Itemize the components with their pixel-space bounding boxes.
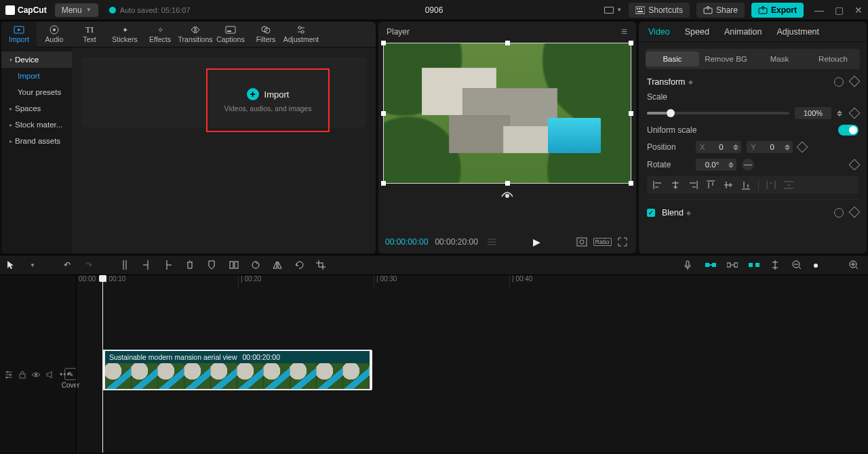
player-viewport[interactable]	[378, 42, 636, 230]
align-top-icon[interactable]	[705, 180, 716, 190]
align-bottom-icon[interactable]	[741, 180, 751, 190]
keyframe-icon[interactable]	[849, 207, 861, 218]
player-menu-icon[interactable]: ≡	[621, 26, 628, 38]
sidebar-item-brand[interactable]: ▸Brand assets	[1, 133, 72, 149]
mute-icon[interactable]	[46, 371, 54, 379]
freeze-frame-tool[interactable]	[229, 261, 241, 269]
distribute-h-icon[interactable]	[766, 180, 776, 190]
ratio-button[interactable]: Ratio	[595, 238, 609, 246]
layout-button[interactable]: ▼	[604, 7, 622, 14]
reverse-tool[interactable]	[251, 260, 263, 270]
zoom-in[interactable]	[849, 260, 861, 270]
tab-text[interactable]: TI Text	[72, 22, 107, 47]
list-icon[interactable]	[485, 238, 498, 246]
align-left-icon[interactable]	[652, 180, 663, 190]
cursor-tool[interactable]	[7, 260, 19, 270]
sidebar-item-device[interactable]: ▾Device	[1, 51, 72, 68]
delete-button[interactable]	[186, 260, 198, 270]
tab-adjustment[interactable]: Adjustment	[777, 27, 820, 37]
eye-icon[interactable]	[31, 371, 41, 378]
keyframe-icon[interactable]	[849, 159, 861, 171]
rotate-dial-icon[interactable]: —	[742, 159, 754, 171]
align-vcenter-icon[interactable]	[723, 180, 734, 190]
share-button[interactable]: Share	[696, 3, 745, 18]
distribute-v-icon[interactable]	[783, 180, 794, 190]
split-left-tool[interactable]	[142, 260, 155, 270]
stepper[interactable]	[837, 110, 845, 117]
tab-adjustment[interactable]: Adjustment	[283, 22, 319, 47]
prop-tabs: Video Speed Animation Adjustment	[639, 22, 867, 42]
reset-icon[interactable]	[834, 208, 844, 218]
tab-speed[interactable]: Speed	[685, 27, 709, 37]
position-x-field[interactable]: X 0	[696, 141, 741, 153]
split-right-tool[interactable]	[164, 260, 176, 270]
linkage-toggle[interactable]	[749, 262, 761, 268]
svg-point-9	[53, 28, 56, 31]
voiceover-button[interactable]	[684, 260, 696, 270]
tab-transitions[interactable]: Transitions	[178, 22, 213, 47]
scale-value[interactable]: 100%	[795, 107, 831, 119]
align-right-icon[interactable]	[688, 180, 698, 190]
tab-filters[interactable]: Filters	[248, 22, 283, 47]
magnet-main-track[interactable]	[705, 262, 717, 268]
shortcuts-button[interactable]: Shortcuts	[629, 3, 690, 18]
play-button[interactable]: ▶	[533, 236, 540, 247]
project-title[interactable]: 0906	[425, 5, 443, 15]
tab-audio[interactable]: Audio	[37, 22, 72, 47]
preview-overlay-icon[interactable]	[501, 190, 513, 199]
mix-icon[interactable]	[4, 371, 14, 379]
svg-rect-11	[227, 30, 231, 32]
keyframe-icon[interactable]	[796, 142, 808, 153]
checkbox-icon[interactable]: ✓	[647, 209, 655, 217]
subtab-retouch[interactable]: Retouch	[806, 51, 860, 66]
chevron-down-icon[interactable]: ▼	[30, 262, 35, 268]
timeline-tracks[interactable]: 00:00 | 00:10 | 00:20 | 00:30 | 00:40 Su…	[76, 275, 868, 453]
sidebar-item-spaces[interactable]: ▸Spaces	[1, 100, 72, 117]
compare-icon[interactable]	[575, 237, 589, 247]
subtab-mask[interactable]: Mask	[753, 51, 806, 66]
tab-animation[interactable]: Animation	[724, 27, 762, 37]
split-tool[interactable]	[121, 260, 133, 270]
rotate-tool[interactable]	[294, 260, 307, 270]
auto-snap[interactable]	[727, 261, 739, 269]
tab-stickers[interactable]: ✦ Stickers	[107, 22, 142, 47]
import-dropzone[interactable]: + Import Videos, audios, and images	[206, 68, 330, 132]
preview-axis[interactable]	[770, 260, 783, 270]
sidebar-item-import[interactable]: Import	[1, 68, 72, 84]
align-hcenter-icon[interactable]	[670, 180, 681, 190]
redo-button[interactable]: ↷	[83, 260, 95, 270]
keyframe-icon[interactable]	[849, 76, 861, 87]
marker-tool[interactable]	[208, 260, 220, 270]
video-clip[interactable]: Sustainable modern mansion aerial view 0…	[102, 350, 372, 390]
window-maximize[interactable]: ▢	[835, 5, 844, 16]
zoom-out[interactable]	[792, 260, 804, 270]
lock-icon[interactable]	[19, 371, 26, 379]
position-y-field[interactable]: Y 0	[747, 141, 792, 153]
preview-canvas[interactable]	[384, 43, 631, 183]
tab-video[interactable]: Video	[648, 27, 670, 37]
rotate-field[interactable]: 0.0°	[696, 159, 736, 171]
undo-button[interactable]: ↶	[61, 260, 73, 270]
filters-icon	[260, 25, 271, 35]
reset-icon[interactable]	[834, 77, 844, 87]
sidebar-item-stock[interactable]: ▸Stock mater...	[1, 117, 72, 133]
keyframe-icon[interactable]	[849, 108, 861, 119]
mirror-tool[interactable]	[273, 261, 285, 269]
export-button[interactable]: Export	[751, 3, 804, 18]
tab-captions[interactable]: Captions	[213, 22, 248, 47]
sidebar-item-presets[interactable]: Your presets	[1, 84, 72, 100]
window-minimize[interactable]: —	[814, 5, 824, 16]
time-ruler[interactable]: 00:00 | 00:10 | 00:20 | 00:30 | 00:40	[77, 275, 868, 287]
tab-effects[interactable]: ✧ Effects	[142, 22, 178, 47]
window-close[interactable]: ✕	[854, 5, 863, 16]
menu-label: Menu	[62, 5, 82, 15]
tab-import[interactable]: Import	[1, 22, 37, 47]
uniform-scale-toggle[interactable]	[838, 125, 859, 136]
subtab-basic[interactable]: Basic	[646, 51, 699, 66]
crop-tool[interactable]	[316, 260, 328, 270]
subtab-removebg[interactable]: Remove BG	[699, 51, 753, 66]
scale-slider[interactable]	[647, 112, 789, 115]
menu-button[interactable]: Menu ▼	[55, 3, 98, 17]
fullscreen-icon[interactable]	[616, 237, 629, 247]
zoom-slider[interactable]	[814, 260, 818, 270]
